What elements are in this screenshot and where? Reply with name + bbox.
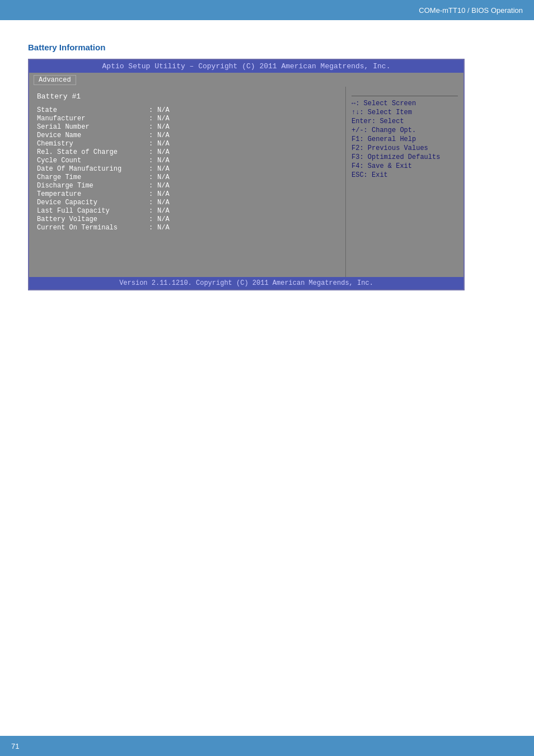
bios-value-manufacturer: N/A: [157, 115, 170, 123]
bios-label-battery-voltage: Battery Voltage: [37, 215, 149, 223]
bios-main-panel: Battery #1 State : N/A Manufacturer : N/…: [29, 87, 346, 277]
bios-label-current-on-terminals: Current On Terminals: [37, 224, 149, 232]
bios-value-current-on-terminals: N/A: [157, 224, 170, 232]
bios-row-chemistry: Chemistry : N/A: [37, 140, 338, 148]
bios-row-battery-voltage: Battery Voltage : N/A: [37, 215, 338, 223]
bios-value-date-of-manufacturing: N/A: [157, 165, 170, 173]
bios-label-date-of-manufacturing: Date Of Manufacturing: [37, 165, 149, 173]
bios-value-state: N/A: [157, 106, 170, 114]
bios-row-cycle-count: Cycle Count : N/A: [37, 157, 338, 165]
bios-row-rel-state-of-charge: Rel. State of Charge : N/A: [37, 148, 338, 156]
bios-value-device-name: N/A: [157, 132, 170, 139]
sidebar-divider: [352, 96, 458, 96]
bios-label-chemistry: Chemistry: [37, 140, 149, 148]
sidebar-opt-defaults: F3: Optimized Defaults: [352, 153, 458, 161]
sidebar-esc-exit: ESC: Exit: [352, 171, 458, 179]
bios-row-device-name: Device Name : N/A: [37, 132, 338, 139]
bios-value-battery-voltage: N/A: [157, 215, 170, 223]
bios-label-serial-number: Serial Number: [37, 123, 149, 131]
bios-label-cycle-count: Cycle Count: [37, 157, 149, 165]
battery-section-title: Battery #1: [37, 92, 338, 101]
bios-row-date-of-manufacturing: Date Of Manufacturing : N/A: [37, 165, 338, 173]
page-footer: 71: [0, 736, 534, 756]
sidebar-select-screen: ↔: Select Screen: [352, 100, 458, 107]
bios-row-state: State : N/A: [37, 106, 338, 114]
bios-row-charge-time: Charge Time : N/A: [37, 173, 338, 181]
section-title: Battery Information: [28, 43, 506, 52]
bios-body: Battery #1 State : N/A Manufacturer : N/…: [29, 87, 463, 277]
page-header: COMe-mTT10 / BIOS Operation: [0, 0, 534, 20]
bios-label-last-full-capacity: Last Full Capacity: [37, 207, 149, 215]
bios-sidebar: ↔: Select Screen ↑↓: Select Item Enter: …: [346, 87, 463, 277]
bios-value-rel-state-of-charge: N/A: [157, 148, 170, 156]
page-number: 71: [11, 742, 19, 750]
bios-label-state: State: [37, 106, 149, 114]
bios-row-discharge-time: Discharge Time : N/A: [37, 182, 338, 190]
page-header-title: COMe-mTT10 / BIOS Operation: [419, 6, 523, 15]
bios-container: Aptio Setup Utility – Copyright (C) 2011…: [28, 59, 465, 290]
bios-row-temperature: Temperature : N/A: [37, 190, 338, 198]
sidebar-save-exit: F4: Save & Exit: [352, 162, 458, 170]
sidebar-change-opt: +/-: Change Opt.: [352, 126, 458, 134]
bios-value-chemistry: N/A: [157, 140, 170, 148]
bios-row-last-full-capacity: Last Full Capacity : N/A: [37, 207, 338, 215]
bios-row-current-on-terminals: Current On Terminals : N/A: [37, 224, 338, 232]
bios-row-device-capacity: Device Capacity : N/A: [37, 199, 338, 206]
bios-value-discharge-time: N/A: [157, 182, 170, 190]
bios-value-cycle-count: N/A: [157, 157, 170, 165]
bios-label-rel-state-of-charge: Rel. State of Charge: [37, 148, 149, 156]
page-content: Battery Information Aptio Setup Utility …: [0, 20, 534, 313]
bios-label-manufacturer: Manufacturer: [37, 115, 149, 123]
bios-value-device-capacity: N/A: [157, 199, 170, 206]
sidebar-enter-select: Enter: Select: [352, 118, 458, 125]
battery-fields-table: State : N/A Manufacturer : N/A Serial Nu…: [37, 106, 338, 232]
bios-tab-row: Advanced: [29, 73, 463, 87]
sidebar-prev-values: F2: Previous Values: [352, 144, 458, 152]
bios-label-charge-time: Charge Time: [37, 173, 149, 181]
bios-label-device-name: Device Name: [37, 132, 149, 139]
sidebar-select-item: ↑↓: Select Item: [352, 109, 458, 116]
bios-label-device-capacity: Device Capacity: [37, 199, 149, 206]
bios-value-serial-number: N/A: [157, 123, 170, 131]
bios-value-temperature: N/A: [157, 190, 170, 198]
bios-label-temperature: Temperature: [37, 190, 149, 198]
bios-value-last-full-capacity: N/A: [157, 207, 170, 215]
bios-tab-advanced[interactable]: Advanced: [34, 75, 76, 85]
bios-label-discharge-time: Discharge Time: [37, 182, 149, 190]
bios-footer-bar: Version 2.11.1210. Copyright (C) 2011 Am…: [29, 277, 463, 289]
bios-row-serial-number: Serial Number : N/A: [37, 123, 338, 131]
sidebar-general-help: F1: General Help: [352, 135, 458, 143]
bios-header-bar: Aptio Setup Utility – Copyright (C) 2011…: [29, 60, 463, 73]
bios-value-charge-time: N/A: [157, 173, 170, 181]
bios-row-manufacturer: Manufacturer : N/A: [37, 115, 338, 123]
